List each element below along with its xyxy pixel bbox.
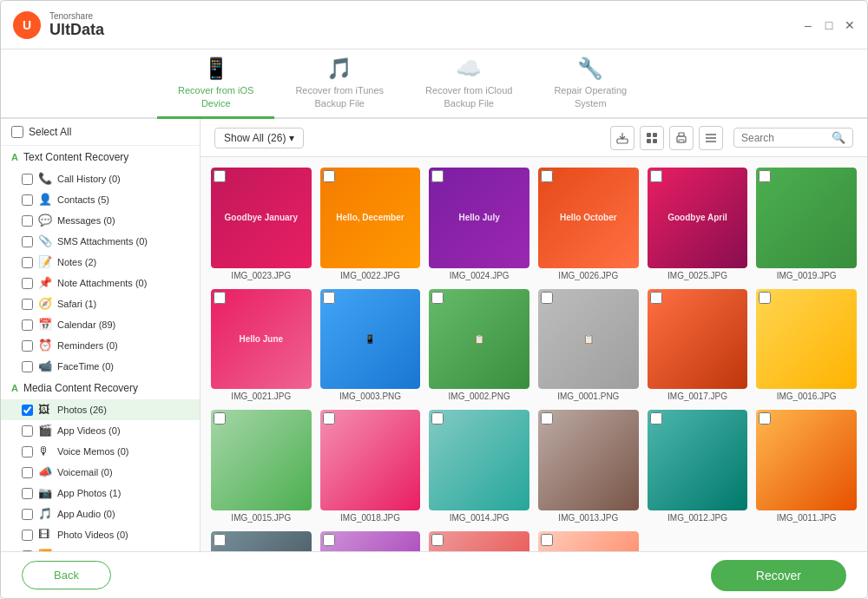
photo-checkbox-img_0013[interactable] bbox=[541, 412, 553, 425]
cb-app-videos[interactable] bbox=[22, 425, 33, 437]
sidebar-item-videos[interactable]: ▶️ Videos (0) bbox=[1, 545, 200, 551]
sidebar-item-contacts[interactable]: 👤 Contacts (5) bbox=[1, 189, 200, 210]
cb-sms[interactable] bbox=[22, 236, 33, 247]
cb-call-history[interactable] bbox=[22, 174, 33, 185]
tab-icloud[interactable]: ☁️ Recover from iCloudBackup File bbox=[404, 49, 533, 119]
photo-checkbox-img_0022[interactable] bbox=[323, 170, 335, 182]
photo-checkbox-img_0011[interactable] bbox=[759, 412, 771, 425]
tab-itunes[interactable]: 🎵 Recover from iTunesBackup File bbox=[274, 49, 404, 119]
photo-item-img_0026[interactable]: Hello October IMG_0026.JPG bbox=[538, 168, 639, 280]
photo-item-img_0019[interactable]: IMG_0019.JPG bbox=[756, 168, 857, 280]
sidebar-item-sms-attachments[interactable]: 📎 SMS Attachments (0) bbox=[1, 231, 200, 252]
photo-item-img_0017[interactable]: IMG_0017.JPG bbox=[648, 289, 748, 402]
close-button[interactable]: ✕ bbox=[843, 18, 857, 32]
photo-checkbox-img_0017[interactable] bbox=[650, 292, 662, 304]
photo-item-img_0015[interactable]: IMG_0015.JPG bbox=[211, 410, 312, 523]
cb-photos[interactable] bbox=[22, 405, 33, 416]
photo-item-img_0010[interactable]: IMG_0010.JPG bbox=[211, 531, 312, 551]
cb-note-attach[interactable] bbox=[22, 278, 33, 289]
photo-checkbox-img_0010[interactable] bbox=[214, 534, 226, 546]
cb-messages[interactable] bbox=[22, 215, 33, 227]
photo-checkbox-img_0019[interactable] bbox=[759, 170, 771, 182]
cb-facetime[interactable] bbox=[22, 361, 33, 372]
sidebar-item-call-history[interactable]: 📞 Call History (0) bbox=[1, 168, 200, 189]
back-button[interactable]: Back bbox=[22, 561, 111, 589]
photo-item-img_0011[interactable]: IMG_0011.JPG bbox=[756, 410, 857, 523]
export-button[interactable] bbox=[610, 126, 635, 150]
photo-checkbox-img_0024[interactable] bbox=[431, 170, 444, 182]
cb-app-photos[interactable] bbox=[22, 488, 33, 499]
search-input[interactable] bbox=[741, 132, 828, 144]
photo-item-img_0008[interactable]: IMG_0008.JPG bbox=[429, 531, 529, 551]
sidebar-item-photo-videos[interactable]: 🎞 Photo Videos (0) bbox=[1, 524, 200, 545]
photo-checkbox-img_0018[interactable] bbox=[323, 412, 335, 425]
cb-calendar[interactable] bbox=[22, 319, 33, 331]
photo-item-img_0014[interactable]: IMG_0014.JPG bbox=[429, 410, 529, 523]
cb-contacts[interactable] bbox=[22, 194, 33, 206]
sidebar-item-safari[interactable]: 🧭 Safari (1) bbox=[1, 293, 200, 314]
cb-voice-memos[interactable] bbox=[22, 446, 33, 457]
sidebar-item-photos[interactable]: 🖼 Photos (26) bbox=[1, 399, 200, 420]
photo-item-img_0022[interactable]: Hello, December IMG_0022.JPG bbox=[320, 168, 421, 280]
photo-checkbox-img_0007[interactable] bbox=[541, 534, 553, 546]
photo-item-img_0024[interactable]: Hello July IMG_0024.JPG bbox=[429, 168, 529, 280]
cb-notes[interactable] bbox=[22, 257, 33, 268]
photo-checkbox-img_0012[interactable] bbox=[650, 412, 662, 425]
photo-checkbox-img_0021[interactable] bbox=[214, 292, 226, 304]
cb-voicemail[interactable] bbox=[22, 467, 33, 478]
sidebar-item-facetime[interactable]: 📹 FaceTime (0) bbox=[1, 356, 200, 377]
photo-item-img_0012[interactable]: IMG_0012.JPG bbox=[648, 410, 748, 523]
photo-item-img_0025[interactable]: Goodbye April IMG_0025.JPG bbox=[648, 168, 748, 280]
photo-item-img_0023[interactable]: Goodbye January IMG_0023.JPG bbox=[211, 168, 312, 280]
photo-checkbox-img_0023[interactable] bbox=[214, 170, 226, 182]
grid-view-button[interactable] bbox=[640, 126, 664, 150]
photo-item-img_0009[interactable]: IMG_0009.JPG bbox=[320, 531, 421, 551]
photo-checkbox-img_0009[interactable] bbox=[323, 534, 335, 546]
sidebar-item-app-videos[interactable]: 🎬 App Videos (0) bbox=[1, 420, 200, 441]
note-attach-label: Note Attachments (0) bbox=[57, 278, 189, 288]
cb-safari[interactable] bbox=[22, 299, 33, 310]
photo-checkbox-img_0025[interactable] bbox=[650, 170, 662, 182]
sidebar-item-messages[interactable]: 💬 Messages (0) bbox=[1, 210, 200, 231]
photo-checkbox-img_0008[interactable] bbox=[431, 534, 444, 546]
select-all-checkbox[interactable] bbox=[11, 126, 23, 138]
photo-checkbox-img_0001[interactable] bbox=[541, 292, 553, 304]
photo-checkbox-img_0002[interactable] bbox=[431, 292, 444, 304]
sidebar-item-voice-memos[interactable]: 🎙 Voice Memos (0) bbox=[1, 441, 200, 462]
photo-label: IMG_0023.JPG bbox=[211, 271, 312, 280]
tab-repair[interactable]: 🔧 Repair OperatingSystem bbox=[533, 49, 648, 119]
sidebar-item-voicemail[interactable]: 📣 Voicemail (0) bbox=[1, 462, 200, 483]
sidebar-item-note-attachments[interactable]: 📌 Note Attachments (0) bbox=[1, 273, 200, 293]
cb-photo-videos[interactable] bbox=[22, 530, 33, 541]
sidebar-item-calendar[interactable]: 📅 Calendar (89) bbox=[1, 314, 200, 335]
sidebar-item-notes[interactable]: 📝 Notes (2) bbox=[1, 252, 200, 273]
cb-app-audio[interactable] bbox=[22, 509, 33, 520]
recover-button[interactable]: Recover bbox=[711, 560, 846, 591]
photo-checkbox-img_0003[interactable] bbox=[323, 292, 335, 304]
photo-item-img_0003[interactable]: 📱 IMG_0003.PNG bbox=[320, 289, 421, 402]
photo-item-img_0007[interactable]: Good night IMG_0007.JPG bbox=[538, 531, 639, 551]
photo-checkbox-img_0026[interactable] bbox=[541, 170, 553, 182]
maximize-button[interactable]: □ bbox=[822, 18, 836, 32]
sidebar-item-reminders[interactable]: ⏰ Reminders (0) bbox=[1, 335, 200, 356]
list-view-button[interactable] bbox=[699, 126, 723, 150]
show-all-button[interactable]: Show All (26) ▾ bbox=[214, 128, 304, 148]
print-button[interactable] bbox=[669, 126, 694, 150]
photo-checkbox-img_0016[interactable] bbox=[759, 292, 771, 304]
section-text-header[interactable]: A Text Content Recovery bbox=[1, 146, 200, 168]
minimize-button[interactable]: – bbox=[801, 18, 815, 32]
photo-item-img_0018[interactable]: IMG_0018.JPG bbox=[320, 410, 421, 523]
section-media-header[interactable]: A Media Content Recovery bbox=[1, 377, 200, 399]
photo-checkbox-img_0014[interactable] bbox=[431, 412, 444, 425]
sidebar-item-app-photos[interactable]: 📷 App Photos (1) bbox=[1, 483, 200, 504]
photo-item-img_0002[interactable]: 📋 IMG_0002.PNG bbox=[429, 289, 529, 402]
photo-item-img_0001[interactable]: 📋 IMG_0001.PNG bbox=[538, 289, 639, 402]
photo-item-img_0021[interactable]: Hello June IMG_0021.JPG bbox=[211, 289, 312, 402]
photo-checkbox-img_0015[interactable] bbox=[214, 412, 226, 425]
tab-ios[interactable]: 📱 Recover from iOSDevice bbox=[157, 49, 274, 119]
search-icon[interactable]: 🔍 bbox=[832, 131, 845, 144]
sidebar-item-app-audio[interactable]: 🎵 App Audio (0) bbox=[1, 504, 200, 524]
photo-item-img_0013[interactable]: IMG_0013.JPG bbox=[538, 410, 639, 523]
photo-item-img_0016[interactable]: IMG_0016.JPG bbox=[756, 289, 857, 402]
cb-reminders[interactable] bbox=[22, 340, 33, 352]
